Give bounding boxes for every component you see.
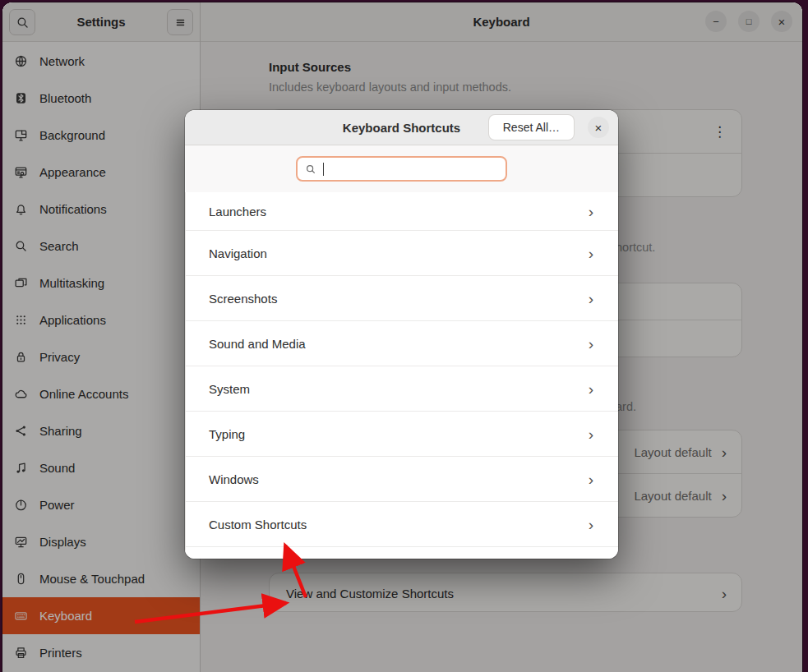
chevron-right-icon: ›	[589, 517, 593, 532]
chevron-right-icon: ›	[589, 291, 593, 306]
chevron-right-icon: ›	[589, 381, 593, 397]
close-icon: ×	[595, 121, 603, 135]
category-row-custom-shortcuts[interactable]: Custom Shortcuts ›	[186, 502, 618, 547]
category-row-screenshots[interactable]: Screenshots ›	[186, 276, 618, 321]
search-input[interactable]	[330, 163, 498, 176]
dialog-close-button[interactable]: ×	[588, 117, 609, 138]
keyboard-shortcuts-dialog: Keyboard Shortcuts Reset All… × Launcher…	[185, 110, 618, 559]
dialog-headerbar: Keyboard Shortcuts Reset All… ×	[185, 110, 618, 145]
category-row-launchers[interactable]: Launchers ›	[186, 192, 618, 231]
dialog-search-bar	[185, 145, 618, 193]
category-row-system[interactable]: System ›	[186, 366, 618, 412]
category-row-windows[interactable]: Windows ›	[186, 457, 618, 502]
chevron-right-icon: ›	[589, 336, 593, 352]
shortcut-categories-list: Launchers › Navigation › Screenshots › S…	[185, 192, 618, 559]
chevron-right-icon: ›	[589, 204, 593, 219]
desktop: Settings Network Bluetooth Background	[0, 0, 808, 672]
chevron-right-icon: ›	[589, 246, 593, 261]
category-row-navigation[interactable]: Navigation ›	[186, 231, 618, 276]
category-row-sound-media[interactable]: Sound and Media ›	[186, 321, 618, 366]
shortcut-search-entry[interactable]	[296, 156, 507, 182]
category-row-typing[interactable]: Typing ›	[186, 412, 618, 457]
search-icon	[305, 163, 316, 175]
reset-all-button[interactable]: Reset All…	[489, 115, 574, 140]
chevron-right-icon: ›	[589, 472, 593, 487]
chevron-right-icon: ›	[589, 426, 593, 442]
text-caret	[323, 163, 324, 176]
